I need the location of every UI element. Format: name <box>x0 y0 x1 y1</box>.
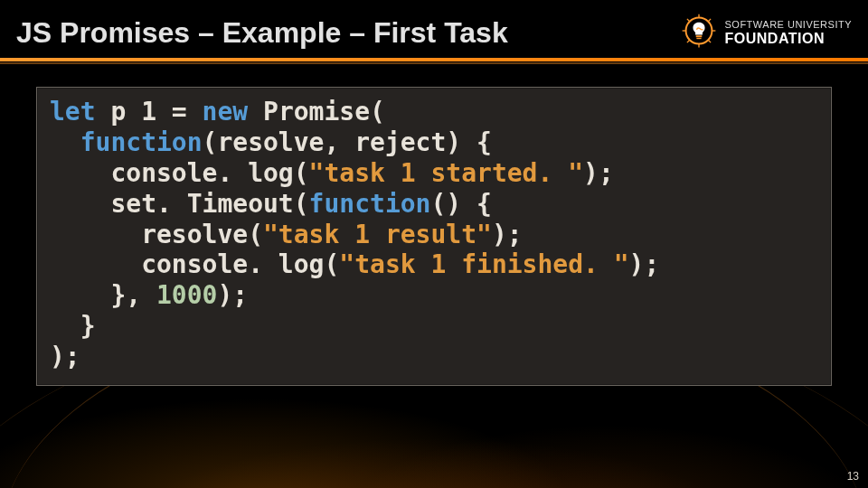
code-token: ); <box>217 280 248 310</box>
svg-rect-10 <box>696 38 701 39</box>
code-token: "task 1 result" <box>263 220 492 249</box>
code-token: function <box>80 127 203 157</box>
code-block: let p 1 = new Promise( function(resolve,… <box>36 87 832 386</box>
svg-line-7 <box>708 19 711 22</box>
brand-text: SOFTWARE UNIVERSITY FOUNDATION <box>725 20 853 46</box>
code-token: console. log( <box>141 249 339 279</box>
code-line: console. log("task 1 finished. "); <box>50 249 659 279</box>
page-number: 13 <box>847 470 859 483</box>
code-token: "task 1 started. " <box>309 158 583 188</box>
code-token: } <box>80 311 96 341</box>
code-line: let p 1 = new Promise( <box>50 97 385 127</box>
code-token: 1000 <box>156 280 217 310</box>
code-line: console. log("task 1 started. "); <box>50 158 614 188</box>
slide-title: JS Promises – Example – First Task <box>16 16 508 50</box>
code-token: Promise( <box>263 97 385 127</box>
code-token: let <box>50 97 110 127</box>
code-token: new <box>203 97 263 127</box>
code-token: (resolve, reject) { <box>203 127 492 157</box>
brand-line2: FOUNDATION <box>725 32 853 46</box>
code-token: set. Timeout( <box>110 189 308 219</box>
code-token: ); <box>583 158 614 188</box>
code-token: ); <box>629 249 660 279</box>
code-token: p 1 = <box>110 97 202 127</box>
code-token: function <box>309 189 431 219</box>
svg-rect-9 <box>695 35 702 37</box>
header-underline <box>0 58 868 65</box>
svg-line-8 <box>686 41 689 43</box>
brand-line1: SOFTWARE UNIVERSITY <box>725 20 853 30</box>
code-line: } <box>50 311 96 341</box>
code-line: }, 1000); <box>50 280 248 310</box>
svg-line-5 <box>686 19 689 22</box>
lightbulb-gear-icon <box>680 12 718 53</box>
code-line: resolve("task 1 result"); <box>50 220 523 249</box>
code-token: () { <box>430 189 491 219</box>
svg-line-6 <box>708 41 711 43</box>
code-token: resolve( <box>141 220 263 249</box>
code-line: ); <box>50 342 80 371</box>
code-token: ); <box>50 342 80 371</box>
code-content: let p 1 = new Promise( function(resolve,… <box>50 97 818 372</box>
code-line: function(resolve, reject) { <box>50 127 492 157</box>
code-token: console. log( <box>110 158 308 188</box>
code-token: ); <box>492 220 523 249</box>
header: JS Promises – Example – First Task <box>0 0 868 58</box>
code-token: "task 1 finished. " <box>339 249 628 279</box>
brand-logo: SOFTWARE UNIVERSITY FOUNDATION <box>680 12 853 53</box>
code-line: set. Timeout(function() { <box>50 189 492 219</box>
code-token: }, <box>110 280 156 310</box>
